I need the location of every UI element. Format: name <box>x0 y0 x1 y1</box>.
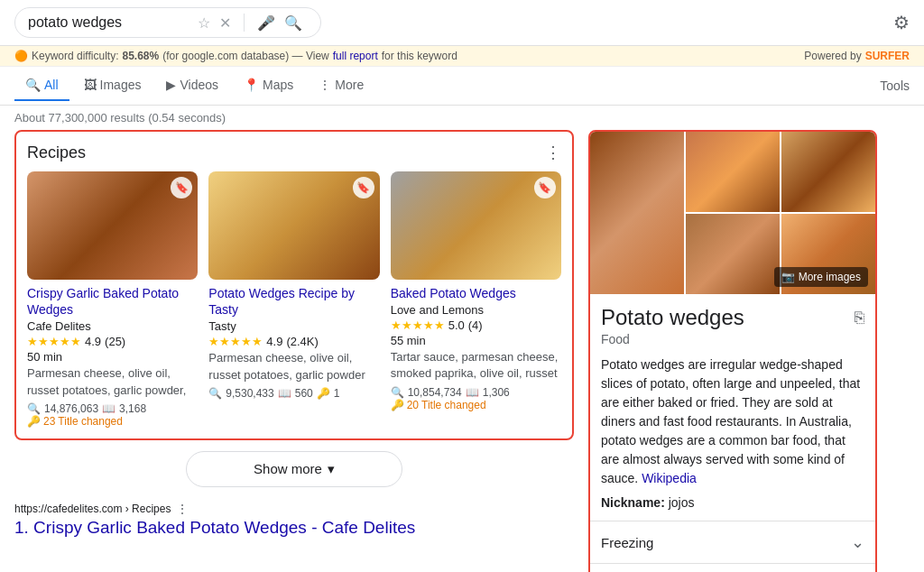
rating-count-3: (4) <box>468 318 483 332</box>
recipe-cards: 🔖 Crispy Garlic Baked Potato Wedges Cafe… <box>27 171 561 428</box>
tab-images[interactable]: 🖼 Images <box>73 70 152 101</box>
rating-value-3: 5.0 <box>448 318 465 332</box>
tab-images-label: Images <box>100 78 142 92</box>
recipes-title: Recipes <box>27 143 86 162</box>
result-url-1: https://cafedelites.com › Recipes <box>14 503 171 515</box>
star-icon[interactable]: ☆ <box>198 14 210 32</box>
search-input[interactable] <box>28 14 190 31</box>
recipe-stats-1: 🔍 14,876,063 📖 3,168 <box>27 402 198 415</box>
tab-maps-label: Maps <box>263 78 293 92</box>
title-changed-label-3: Title changed <box>421 399 486 411</box>
photo-icon: 📷 <box>781 271 795 283</box>
tab-videos-label: Videos <box>180 78 218 92</box>
share-icon[interactable]: ⎘ <box>855 309 864 328</box>
book-count-3: 1,306 <box>483 386 510 399</box>
kd-link-suffix: for this keyword <box>382 50 457 62</box>
powered-by-label: Powered by <box>804 50 861 62</box>
clear-icon[interactable]: ✕ <box>219 14 231 32</box>
kg-section-freezing-label: Freezing <box>601 535 653 550</box>
kg-image-2 <box>686 132 780 212</box>
book-icon-3: 📖 <box>466 386 479 399</box>
bookmark-icon-2[interactable]: 🔖 <box>353 177 374 198</box>
kg-images-grid: 📷 More images <box>590 132 875 294</box>
key-icon-3: 🔑 <box>391 399 404 411</box>
kd-full-report-link[interactable]: full report <box>333 50 378 62</box>
recipe-time-3: 55 min <box>391 334 561 347</box>
key-icon-2: 🔑 <box>317 387 330 400</box>
recipe-name-3[interactable]: Baked Potato Wedges <box>391 285 561 301</box>
show-more-button[interactable]: Show more ▾ <box>186 451 402 487</box>
search-icons: ☆ ✕ 🎤 🔍 <box>198 14 302 32</box>
all-icon: 🔍 <box>25 78 41 92</box>
recipe-card-3[interactable]: 🔖 Baked Potato Wedges Love and Lemons ★★… <box>391 171 561 428</box>
recipe-source-1: Cafe Delites <box>27 319 198 333</box>
kg-nickname-value: jojos <box>669 495 695 510</box>
kg-wikipedia-link[interactable]: Wikipedia <box>642 471 697 485</box>
rating-value-2: 4.9 <box>266 335 282 348</box>
mic-icon[interactable]: 🎤 <box>257 14 275 32</box>
knowledge-panel: 📷 More images Potato wedges ⎘ Food Potat… <box>588 130 877 572</box>
recipe-ingredients-1: Parmesan cheese, olive oil, russet potat… <box>27 365 198 398</box>
surfer-logo: SURFER <box>865 50 910 62</box>
recipes-header: Recipes ⋮ <box>27 143 561 162</box>
chevron-icon: ▾ <box>328 461 335 477</box>
organic-result-1: https://cafedelites.com › Recipes ⋮ 1. C… <box>14 494 574 545</box>
kg-image-4 <box>686 214 780 294</box>
recipes-box: Recipes ⋮ 🔖 Crispy Garlic Baked Potato W… <box>14 130 574 440</box>
stars-3: ★★★★★ <box>391 318 445 332</box>
title-changed-1: 🔑 23 Title changed <box>27 415 198 428</box>
kg-description-text: Potato wedges are irregular wedge-shaped… <box>601 357 860 485</box>
book-count-1: 3,168 <box>119 402 146 415</box>
maps-icon: 📍 <box>244 78 259 92</box>
recipe-card-1[interactable]: 🔖 Crispy Garlic Baked Potato Wedges Cafe… <box>27 171 198 428</box>
search-icon-stat-3: 🔍 <box>391 386 404 399</box>
kg-image-3 <box>781 132 875 212</box>
rating-count-1: (25) <box>105 335 125 348</box>
kd-label: Keyword difficulty: <box>32 50 119 62</box>
recipe-stats-2: 🔍 9,530,433 📖 560 🔑 1 <box>208 387 379 400</box>
more-images-button[interactable]: 📷 More images <box>774 267 868 287</box>
result-title-link-1[interactable]: 1. Crispy Garlic Baked Potato Wedges - C… <box>14 518 574 538</box>
recipes-menu-icon[interactable]: ⋮ <box>545 143 561 162</box>
kg-section-freezing[interactable]: Freezing ⌄ <box>590 521 875 563</box>
bookmark-icon-1[interactable]: 🔖 <box>171 177 192 198</box>
title-changed-label-1: Title changed <box>58 415 123 428</box>
tab-more-label: More <box>335 78 364 92</box>
result-menu-icon[interactable]: ⋮ <box>176 502 189 516</box>
kg-nickname: Nickname: jojos <box>601 495 864 510</box>
main-layout: Recipes ⋮ 🔖 Crispy Garlic Baked Potato W… <box>0 130 924 572</box>
recipe-card-2[interactable]: 🔖 Potato Wedges Recipe by Tasty Tasty ★★… <box>208 171 379 428</box>
tab-maps[interactable]: 📍 Maps <box>233 70 304 101</box>
stars-1: ★★★★★ <box>27 335 81 348</box>
recipe-image-2: 🔖 <box>208 171 379 280</box>
search-count-2: 9,530,433 <box>226 387 273 400</box>
search-button[interactable]: 🔍 <box>284 14 302 32</box>
recipe-image-3: 🔖 <box>391 171 561 280</box>
recipe-image-1: 🔖 <box>27 171 198 280</box>
recipe-rating-2: ★★★★★ 4.9 (2.4K) <box>208 335 379 348</box>
recipe-name-2[interactable]: Potato Wedges Recipe by Tasty <box>208 285 379 318</box>
key-icon-1: 🔑 <box>27 415 41 428</box>
recipe-name-1[interactable]: Crispy Garlic Baked Potato Wedges <box>27 285 198 318</box>
bookmark-icon-3[interactable]: 🔖 <box>534 177 556 198</box>
videos-icon: ▶ <box>166 78 176 92</box>
tab-all-label: All <box>44 78 59 92</box>
title-changed-3: 🔑 20 Title changed <box>391 399 561 411</box>
kg-title: Potato wedges <box>601 305 744 330</box>
header-right: ⚙ <box>893 12 910 33</box>
recipe-stats-3: 🔍 10,854,734 📖 1,306 <box>391 386 561 399</box>
settings-icon[interactable]: ⚙ <box>893 12 910 33</box>
kg-section-nutrition[interactable]: Nutrition data ⌄ <box>590 563 875 572</box>
tab-videos[interactable]: ▶ Videos <box>155 70 229 101</box>
tab-all[interactable]: 🔍 All <box>14 70 69 101</box>
recipe-rating-3: ★★★★★ 5.0 (4) <box>391 318 561 332</box>
kd-icon: 🟠 <box>14 50 28 62</box>
key-count-3: 20 <box>407 399 419 411</box>
key-count-2: 1 <box>334 387 340 400</box>
recipe-time-1: 50 min <box>27 350 198 364</box>
book-icon-2: 📖 <box>278 387 291 400</box>
tab-more[interactable]: ⋮ More <box>308 70 374 101</box>
divider <box>244 14 245 32</box>
recipe-ingredients-2: Parmesan cheese, olive oil, russet potat… <box>208 350 379 383</box>
tools-button[interactable]: Tools <box>880 78 910 93</box>
